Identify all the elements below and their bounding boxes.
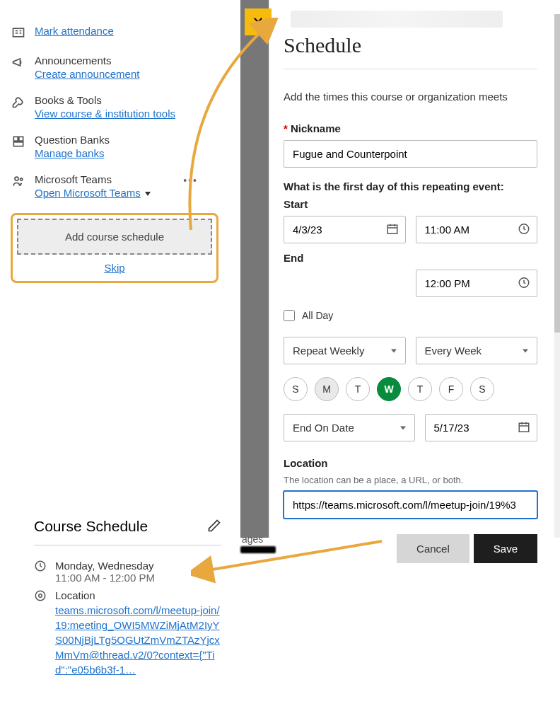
sidebar-item-teams: Microsoft Teams Open Microsoft Teams •••	[11, 173, 223, 199]
calendar-icon[interactable]	[518, 420, 530, 435]
bg-text: ages	[242, 533, 263, 545]
firstday-label: What is the first day of this repeating …	[284, 180, 537, 192]
teams-heading: Microsoft Teams	[35, 173, 151, 185]
close-button[interactable]	[245, 8, 272, 35]
clock-icon[interactable]	[518, 222, 530, 237]
every-select[interactable]: Every Week	[416, 337, 538, 364]
svg-rect-5	[13, 137, 18, 141]
day-fri[interactable]: F	[439, 377, 463, 401]
schedule-time: 11:00 AM - 12:00 PM	[55, 572, 155, 584]
edit-icon[interactable]	[207, 519, 221, 535]
svg-rect-7	[13, 142, 23, 146]
sidebar-item-qbanks: Question Banks Manage banks	[11, 134, 223, 159]
end-time-field[interactable]	[416, 270, 538, 297]
schedule-loc-label: Location	[55, 589, 221, 601]
teams-icon	[11, 173, 26, 189]
location-hint: The location can be a place, a URL, or b…	[284, 475, 537, 485]
cancel-button[interactable]: Cancel	[397, 534, 469, 563]
clock-icon[interactable]	[518, 276, 530, 291]
schedule-loc-link[interactable]: teams.microsoft.com/l/meetup-join/19:mee…	[55, 603, 221, 677]
location-icon	[34, 589, 47, 604]
teams-link[interactable]: Open Microsoft Teams	[35, 187, 151, 199]
svg-point-11	[35, 591, 45, 601]
sidebar-item-books: Books & Tools View course & institution …	[11, 94, 223, 120]
panel-backdrop	[240, 0, 269, 538]
attendance-link[interactable]: Mark attendance	[35, 25, 114, 37]
svg-point-12	[39, 594, 42, 598]
schedule-days: Monday, Wednesday	[55, 560, 155, 572]
books-link[interactable]: View course & institution tools	[35, 108, 175, 120]
allday-row[interactable]: All Day	[284, 310, 537, 321]
day-mon[interactable]: M	[315, 377, 339, 401]
days-row: S M T W T F S	[284, 377, 537, 401]
bank-icon	[11, 134, 26, 149]
megaphone-icon	[11, 54, 26, 70]
schedule-location-row: Location teams.microsoft.com/l/meetup-jo…	[34, 589, 221, 677]
wrench-icon	[11, 94, 26, 110]
announce-link[interactable]: Create announcement	[35, 68, 139, 80]
enddate-field[interactable]	[425, 414, 538, 441]
scrollbar-thumb[interactable]	[554, 14, 560, 333]
day-wed[interactable]: W	[377, 377, 401, 401]
schedule-panel: Schedule Add the times this course or or…	[269, 0, 548, 538]
sidebar-item-announcements: Announcements Create announcement	[11, 54, 223, 80]
clock-icon	[34, 560, 47, 574]
books-heading: Books & Tools	[35, 94, 175, 106]
allday-label: All Day	[302, 310, 333, 321]
qbanks-heading: Question Banks	[35, 134, 110, 146]
panel-title: Schedule	[284, 33, 537, 57]
location-label: Location	[284, 457, 537, 469]
add-schedule-highlight: Add course schedule Skip	[11, 213, 218, 283]
panel-desc: Add the times this course or organizatio…	[284, 91, 537, 103]
qbanks-link[interactable]: Manage banks	[35, 147, 110, 159]
endon-select[interactable]: End On Date	[284, 414, 415, 441]
svg-rect-6	[19, 137, 23, 141]
add-course-schedule-button[interactable]: Add course schedule	[17, 219, 212, 255]
repeat-select[interactable]: Repeat Weekly	[284, 337, 406, 364]
location-input[interactable]	[284, 491, 537, 519]
sidebar: Mark attendance Announcements Create ann…	[11, 25, 223, 283]
svg-point-8	[15, 177, 18, 180]
skeleton-loader	[291, 11, 503, 28]
save-button[interactable]: Save	[474, 534, 537, 563]
nickname-label: Nickname	[284, 122, 537, 134]
calendar-icon[interactable]	[386, 222, 399, 237]
divider	[284, 69, 537, 69]
svg-rect-21	[519, 423, 529, 432]
end-label: End	[284, 252, 537, 264]
start-date-field[interactable]	[284, 216, 406, 243]
allday-checkbox[interactable]	[284, 310, 295, 321]
svg-point-9	[21, 178, 23, 180]
course-schedule-title: Course Schedule	[34, 518, 148, 535]
spacer	[284, 270, 406, 297]
attendance-icon	[11, 25, 26, 40]
start-time-field[interactable]	[416, 216, 538, 243]
day-tue[interactable]: T	[346, 377, 370, 401]
course-schedule-card: Course Schedule Monday, Wednesday 11:00 …	[34, 518, 221, 683]
skip-link[interactable]: Skip	[17, 262, 212, 274]
svg-rect-0	[13, 28, 24, 37]
day-sun[interactable]: S	[284, 377, 308, 401]
sidebar-item-attendance[interactable]: Mark attendance	[11, 25, 223, 40]
start-label: Start	[284, 198, 537, 210]
more-icon[interactable]: •••	[183, 175, 198, 186]
schedule-time-row: Monday, Wednesday 11:00 AM - 12:00 PM	[34, 560, 221, 584]
nickname-input[interactable]	[284, 140, 537, 168]
announce-heading: Announcements	[35, 54, 139, 67]
bg-shadow	[240, 546, 276, 553]
day-sat[interactable]: S	[470, 377, 494, 401]
svg-rect-15	[387, 225, 397, 233]
day-thu[interactable]: T	[408, 377, 432, 401]
button-row: Cancel Save	[284, 534, 537, 563]
